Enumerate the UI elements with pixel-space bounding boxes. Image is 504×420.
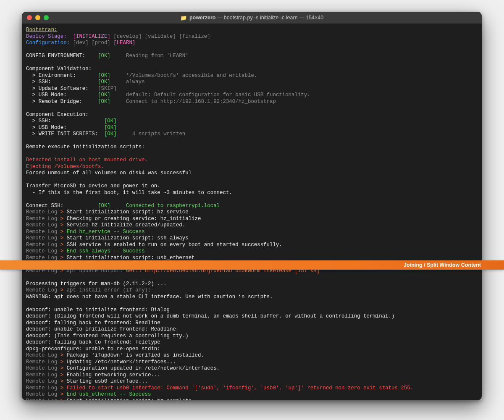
debconf-line: debconf: falling back to frontend: Telet… [26, 339, 160, 345]
close-icon[interactable] [27, 15, 32, 20]
remote-log-prefix: Remote Log [26, 385, 57, 391]
configuration-label: Configuration: [26, 40, 70, 46]
log-line: Checking or creating service: hz_initial… [67, 216, 201, 222]
titlebar[interactable]: 📁 powerzero — bootstrap.py -s initialize… [22, 12, 482, 24]
window-title: 📁 powerzero — bootstrap.py -s initialize… [22, 15, 482, 21]
log-line: End ssh_always -- Success [67, 248, 145, 254]
configuration-active: [LEARN] [113, 40, 135, 46]
log-line: Start initialization script: ssh_always [67, 235, 189, 241]
exec-usb-status: [OK] [104, 125, 117, 131]
val-rb-status: [OK] [98, 99, 110, 105]
minimize-icon[interactable] [35, 15, 40, 20]
execution-heading: Component Execution: [26, 112, 89, 118]
connect-msg: Connected to raspberrypi.local [126, 203, 220, 209]
val-env-msg: '/Volumes/bootfs' accessible and writabl… [126, 73, 257, 79]
remote-log-prefix: Remote Log [26, 248, 57, 254]
exec-ssh-label: > SSH: [26, 118, 51, 124]
remote-log-prefix: Remote Log [26, 391, 57, 397]
rexec-heading: Remote execute initialization scripts: [26, 144, 145, 150]
log-line: Start initialization script: hz_service [67, 209, 189, 215]
val-usb-label: > USB Mode: [26, 92, 67, 98]
remote-log-prefix: Remote Log [26, 352, 57, 358]
log-line: End usb_ethernet -- Success [67, 391, 151, 397]
terminal-window: 📁 powerzero — bootstrap.py -s initialize… [22, 12, 482, 400]
log-line: Updating /etc/network/interfaces... [67, 359, 176, 365]
remote-log-prefix: Remote Log [26, 398, 57, 401]
remote-log-prefix: Remote Log [26, 216, 57, 222]
log-line: Configuration updated in /etc/network/in… [67, 365, 220, 371]
validation-heading: Component Validation: [26, 66, 92, 72]
val-env-label: > Environment: [26, 73, 76, 79]
exec-wis-label: > WRITE INIT SCRIPTS: [26, 131, 98, 137]
title-rest: — bootstrap.py -s initialize -c learn — … [215, 15, 323, 21]
debconf-line: debconf: falling back to frontend: Readl… [26, 320, 160, 326]
divider-label: Joining / Split Window Content [404, 262, 481, 268]
remote-log-prefix: Remote Log [26, 287, 57, 293]
folder-icon: 📁 [180, 15, 187, 21]
config-env-msg: Reading from 'LEARN' [126, 53, 189, 59]
log-line: Start initialization script: hz_complete [67, 398, 192, 401]
log-line: Start initialization script: usb_etherne… [67, 255, 195, 261]
config-env-status: [OK] [98, 53, 110, 59]
log-line: SSH service is enabled to run on every b… [67, 242, 282, 248]
processing-triggers: Processing triggers for man-db (2.11.2-2… [26, 281, 167, 287]
remote-log-prefix: Remote Log [26, 378, 57, 384]
exec-usb-label: > USB Mode: [26, 125, 67, 131]
exec-wis-msg: 4 scripts written [132, 131, 185, 137]
unmount-msg: Forced unmount of all volumes on disk4 w… [26, 170, 192, 176]
log-line: Service hz_initialize created/updated. [67, 222, 186, 228]
debconf-line: debconf: (Dialog frontend will not work … [26, 313, 394, 319]
remote-log-prefix: Remote Log [26, 242, 57, 248]
xfer-2: - If this is the first boot, it will tak… [26, 190, 232, 196]
val-usb-status: [OK] [98, 92, 110, 98]
exec-ssh-status: [OK] [104, 118, 117, 124]
heading-bootstrap: Bootstrap: [26, 27, 57, 33]
val-upd-label: > Update Software: [26, 86, 89, 92]
apt-warning: WARNING: apt does not have a stable CLI … [26, 294, 273, 300]
zoom-icon[interactable] [44, 15, 49, 20]
val-upd-status: [SKIP] [98, 86, 117, 92]
remote-log-prefix: Remote Log [26, 235, 57, 241]
debconf-line: debconf: unable to initialize frontend: … [26, 307, 170, 313]
remote-log-prefix: Remote Log [26, 359, 57, 365]
val-ssh-label: > SSH: [26, 79, 51, 85]
title-folder: powerzero [189, 15, 216, 21]
debconf-line: dpkg-preconfigure: unable to re-open std… [26, 346, 160, 352]
split-divider: Joining / Split Window Content [0, 260, 504, 270]
val-ssh-msg: always [126, 79, 145, 85]
val-rb-msg: Connect to http://192.168.1.92:2340/hz_b… [126, 99, 276, 105]
deploy-stage-rest: [develop] [validate] [finalize] [110, 34, 210, 39]
log-line: Enabling networking service... [67, 372, 160, 378]
exec-wis-status: [OK] [104, 131, 117, 137]
log-line: Failed to start usb0 interface: Command … [67, 385, 413, 391]
remote-log-prefix: Remote Log [26, 365, 57, 371]
remote-log-prefix: Remote Log [26, 222, 57, 228]
val-ssh-status: [OK] [98, 79, 110, 85]
remote-log-prefix: Remote Log [26, 229, 57, 235]
connect-status: [OK] [98, 203, 110, 209]
configuration-rest: [dev] [prod] [70, 40, 113, 46]
connect-label: Connect SSH: [26, 203, 63, 209]
val-rb-label: > Remote Bridge: [26, 99, 82, 105]
remote-log-prefix: Remote Log [26, 372, 57, 378]
log-line: Starting usb0 interface... [67, 378, 148, 384]
apt-install-error: apt install error (if any): [67, 287, 151, 293]
debconf-line: debconf: (This frontend requires a contr… [26, 333, 189, 339]
debconf-line: debconf: unable to initialize frontend: … [26, 326, 176, 332]
log-line: End hz_service -- Success [67, 229, 145, 235]
config-env-label: CONFIG ENVIRONMENT: [26, 53, 85, 59]
terminal-output[interactable]: Bootstrap: Deploy Stage: [INITIALIZE] [d… [22, 24, 482, 400]
log-line: Package 'ifupdown' is verified as instal… [67, 352, 204, 358]
ejecting: Ejecting /Volumes/bootfs. [26, 164, 104, 170]
remote-log-prefix: Remote Log [26, 209, 57, 215]
val-usb-msg: default: Default configuration for basic… [126, 92, 310, 98]
remote-log-prefix: Remote Log [26, 255, 57, 261]
val-env-status: [OK] [98, 73, 110, 79]
xfer-1: Transfer MicroSD to device and power it … [26, 183, 160, 189]
deploy-stage-label: Deploy Stage: [26, 34, 67, 39]
window-controls [27, 15, 49, 20]
deploy-stage-active: [INITIALIZE] [73, 34, 110, 39]
detected-install: Detected install on host mounted drive. [26, 157, 148, 163]
